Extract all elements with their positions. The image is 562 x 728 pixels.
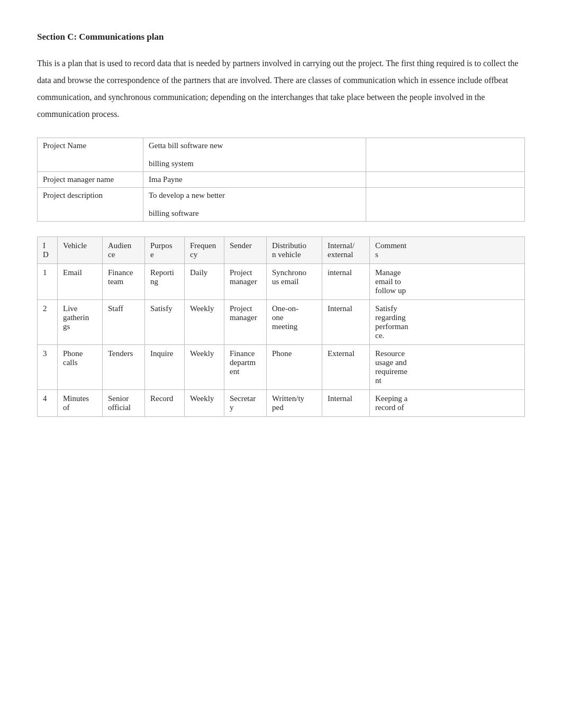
table-header-row: ID Vehicle Audience Purpose Frequency Se… — [38, 237, 525, 264]
col-header-purpose: Purpose — [145, 237, 185, 264]
info-value-manager: Ima Payne — [143, 172, 366, 188]
col-header-internal: Internal/external — [322, 237, 370, 264]
col-header-comments: Comments — [370, 237, 525, 264]
cell-distribution-2: One-on-onemeeting — [267, 300, 322, 345]
section-title: Section C: Communications plan — [37, 32, 525, 42]
cell-internal-4: Internal — [322, 390, 370, 417]
info-label-project-name: Project Name — [38, 138, 143, 172]
info-label-manager: Project manager name — [38, 172, 143, 188]
cell-sender-4: Secretary — [224, 390, 267, 417]
cell-frequency-1: Daily — [185, 264, 224, 300]
cell-distribution-4: Written/typed — [267, 390, 322, 417]
cell-purpose-3: Inquire — [145, 345, 185, 390]
cell-id-3: 3 — [38, 345, 58, 390]
cell-vehicle-1: Email — [58, 264, 103, 300]
col-header-vehicle: Vehicle — [58, 237, 103, 264]
table-row: 4 Minutesof Seniorofficial Record Weekly… — [38, 390, 525, 417]
communications-table: ID Vehicle Audience Purpose Frequency Se… — [37, 236, 525, 417]
info-row-description: Project description To develop a new bet… — [38, 188, 525, 222]
cell-audience-4: Seniorofficial — [103, 390, 145, 417]
cell-comments-4: Keeping arecord of — [370, 390, 525, 417]
cell-sender-3: Financedepartment — [224, 345, 267, 390]
table-row: 2 Livegatherings Staff Satisfy Weekly Pr… — [38, 300, 525, 345]
cell-audience-1: Financeteam — [103, 264, 145, 300]
info-label-description: Project description — [38, 188, 143, 222]
info-table: Project Name Getta bill software newbill… — [37, 138, 525, 222]
cell-vehicle-4: Minutesof — [58, 390, 103, 417]
cell-id-1: 1 — [38, 264, 58, 300]
cell-comments-2: Satisfyregardingperformance. — [370, 300, 525, 345]
col-header-frequency: Frequency — [185, 237, 224, 264]
cell-audience-2: Staff — [103, 300, 145, 345]
cell-frequency-2: Weekly — [185, 300, 224, 345]
cell-internal-1: internal — [322, 264, 370, 300]
cell-sender-1: Projectmanager — [224, 264, 267, 300]
cell-comments-1: Manageemail tofollow up — [370, 264, 525, 300]
body-paragraph: This is a plan that is used to record da… — [37, 55, 525, 123]
cell-purpose-2: Satisfy — [145, 300, 185, 345]
cell-vehicle-3: Phonecalls — [58, 345, 103, 390]
col-header-id: ID — [38, 237, 58, 264]
info-empty-1 — [366, 138, 525, 172]
table-row: 3 Phonecalls Tenders Inquire Weekly Fina… — [38, 345, 525, 390]
col-header-sender: Sender — [224, 237, 267, 264]
cell-purpose-1: Reporting — [145, 264, 185, 300]
col-header-distribution: Distribution vehicle — [267, 237, 322, 264]
cell-vehicle-2: Livegatherings — [58, 300, 103, 345]
info-value-project-name: Getta bill software newbilling system — [143, 138, 366, 172]
info-row-project-name: Project Name Getta bill software newbill… — [38, 138, 525, 172]
info-row-manager: Project manager name Ima Payne — [38, 172, 525, 188]
cell-comments-3: Resourceusage andrequirement — [370, 345, 525, 390]
cell-internal-2: Internal — [322, 300, 370, 345]
cell-distribution-1: Synchronous email — [267, 264, 322, 300]
info-empty-2 — [366, 172, 525, 188]
cell-frequency-4: Weekly — [185, 390, 224, 417]
cell-audience-3: Tenders — [103, 345, 145, 390]
cell-id-2: 2 — [38, 300, 58, 345]
info-empty-3 — [366, 188, 525, 222]
cell-frequency-3: Weekly — [185, 345, 224, 390]
cell-distribution-3: Phone — [267, 345, 322, 390]
cell-sender-2: Projectmanager — [224, 300, 267, 345]
cell-internal-3: External — [322, 345, 370, 390]
col-header-audience: Audience — [103, 237, 145, 264]
info-value-description: To develop a new betterbilling software — [143, 188, 366, 222]
table-row: 1 Email Financeteam Reporting Daily Proj… — [38, 264, 525, 300]
cell-purpose-4: Record — [145, 390, 185, 417]
cell-id-4: 4 — [38, 390, 58, 417]
